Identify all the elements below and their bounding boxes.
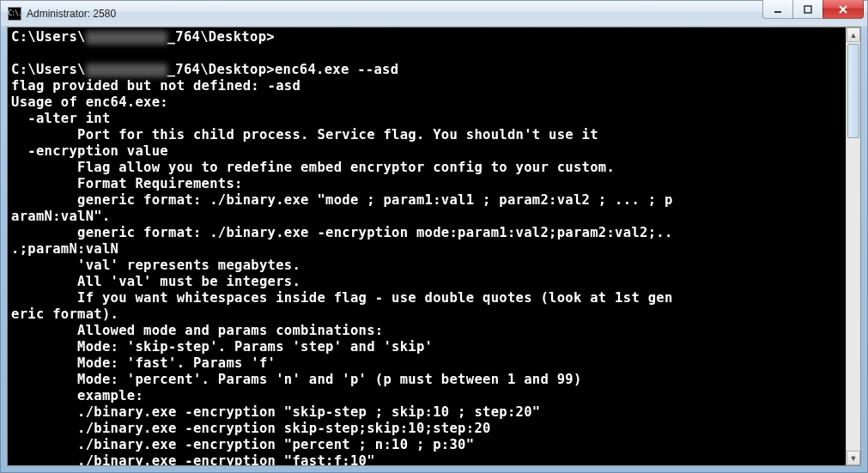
console-line: If you want whitespaces inside flag - us… — [11, 290, 842, 306]
maximize-button[interactable] — [792, 0, 823, 19]
minimize-button[interactable] — [762, 0, 793, 19]
console-line: C:\Users\_764\Desktop> — [11, 29, 842, 45]
console-line: Port for this child process. Service fla… — [11, 127, 842, 143]
cmd-icon: C:\. — [8, 7, 21, 21]
console-line: ./binary.exe -encryption "skip-step ; sk… — [11, 404, 842, 421]
console-line: ./binary.exe -encryption skip-step;skip:… — [11, 421, 842, 437]
console-line: -encryption value — [11, 143, 842, 160]
console-line: Usage of enc64.exe: — [11, 94, 842, 111]
scroll-thumb[interactable] — [847, 44, 859, 138]
console-line: Mode: 'percent'. Params 'n' and 'p' (p m… — [11, 372, 842, 388]
minimize-icon — [773, 4, 783, 15]
console-line: generic format: ./binary.exe -encryption… — [11, 225, 842, 241]
close-icon — [837, 3, 849, 15]
console-line: eric format). — [11, 306, 842, 323]
scroll-up-button[interactable]: ▲ — [847, 27, 860, 42]
console-line: -alter int — [11, 111, 842, 127]
console-line: All 'val' must be integers. — [11, 274, 842, 290]
close-button[interactable] — [822, 0, 864, 19]
console-line: flag provided but not defined: -asd — [11, 78, 842, 94]
titlebar[interactable]: C:\. Administrator: 2580 — [1, 1, 867, 27]
window-title: Administrator: 2580 — [27, 8, 116, 20]
scroll-down-button[interactable]: ▼ — [847, 451, 860, 465]
console-line: C:\Users\_764\Desktop>enc64.exe --asd — [11, 62, 842, 78]
console-line: .;paramN:valN — [11, 241, 842, 258]
console-line: Format Requirements: — [11, 176, 842, 192]
console-line — [11, 45, 842, 62]
redacted-username — [86, 31, 167, 45]
vertical-scrollbar[interactable]: ▲ ▼ — [846, 27, 860, 465]
maximize-icon — [803, 4, 813, 15]
console-line: ./binary.exe -encryption "fast;f:10" — [11, 453, 842, 465]
console-line: Mode: 'fast'. Params 'f' — [11, 355, 842, 372]
console-output[interactable]: C:\Users\_764\Desktop> C:\Users\_764\Des… — [8, 27, 846, 465]
redacted-username — [86, 64, 167, 77]
console-line: ./binary.exe -encryption "percent ; n:10… — [11, 437, 842, 453]
svg-rect-0 — [774, 11, 781, 13]
console-line: Flag allow you to redefine embed encrypt… — [11, 160, 842, 176]
console-line: Allowed mode and params combinations: — [11, 323, 842, 339]
scroll-track[interactable] — [847, 42, 860, 451]
window-controls — [763, 0, 864, 19]
console-window: C:\. Administrator: 2580 C:\Users\_764\D… — [0, 0, 868, 473]
svg-rect-1 — [804, 6, 811, 13]
console-line: 'val' represents megabytes. — [11, 258, 842, 274]
console-line: Mode: 'skip-step'. Params 'step' and 'sk… — [11, 339, 842, 355]
console-line: generic format: ./binary.exe "mode ; par… — [11, 192, 842, 209]
client-area: C:\Users\_764\Desktop> C:\Users\_764\Des… — [7, 27, 861, 466]
console-line: example: — [11, 388, 842, 404]
console-line: aramN:valN". — [11, 209, 842, 225]
